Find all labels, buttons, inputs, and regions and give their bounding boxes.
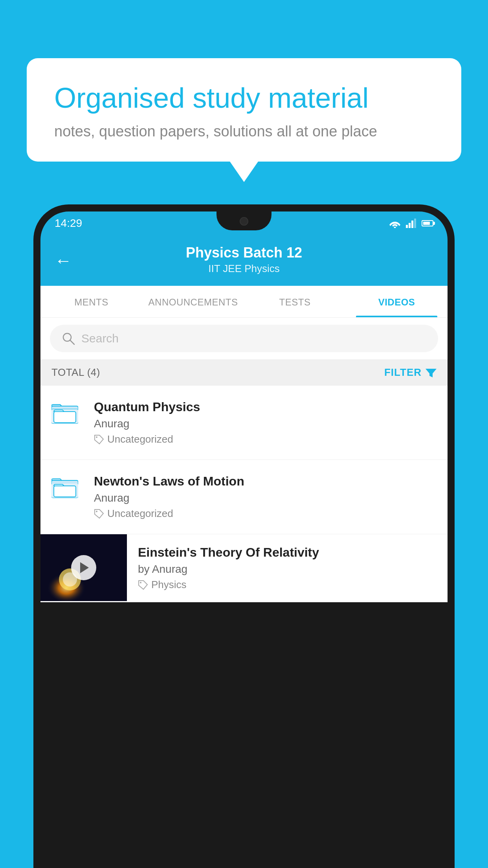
status-time: 14:29 xyxy=(55,217,82,230)
tag-icon xyxy=(138,580,148,590)
svg-rect-11 xyxy=(54,412,76,423)
app-header: ← Physics Batch 12 IIT JEE Physics xyxy=(40,235,448,286)
item-author: Anurag xyxy=(94,492,437,504)
search-placeholder-text: Search xyxy=(81,332,119,345)
item-content: Newton's Laws of Motion Anurag Uncategor… xyxy=(94,474,437,520)
svg-line-6 xyxy=(70,340,74,344)
camera-dot xyxy=(240,217,248,226)
search-bar[interactable]: Search xyxy=(50,325,438,352)
notch xyxy=(216,211,272,230)
svg-point-0 xyxy=(394,227,396,228)
status-bar: 14:29 xyxy=(40,211,448,235)
item-title: Newton's Laws of Motion xyxy=(94,474,437,489)
item-icon-wrap xyxy=(51,401,83,427)
tab-announcements[interactable]: ANNOUNCEMENTS xyxy=(142,286,244,317)
svg-point-12 xyxy=(96,436,97,438)
search-container: Search xyxy=(40,318,448,359)
speech-bubble: Organised study material notes, question… xyxy=(27,58,461,162)
svg-rect-3 xyxy=(411,221,413,228)
item-author: Anurag xyxy=(94,417,437,430)
video-thumbnail xyxy=(40,534,127,601)
total-count: TOTAL (4) xyxy=(51,366,100,379)
tab-ments[interactable]: MENTS xyxy=(40,286,142,317)
video-title: Einstein's Theory Of Relativity xyxy=(138,545,437,560)
signal-icon xyxy=(406,219,417,228)
item-tag: Uncategorized xyxy=(94,508,437,520)
play-button[interactable] xyxy=(71,555,96,580)
list-item[interactable]: Einstein's Theory Of Relativity by Anura… xyxy=(40,534,448,602)
phone-frame: 14:29 xyxy=(33,204,455,868)
video-tag: Physics xyxy=(138,579,437,591)
svg-rect-15 xyxy=(54,486,76,497)
svg-point-21 xyxy=(140,582,141,583)
back-button[interactable]: ← xyxy=(55,251,72,270)
tab-videos[interactable]: VIDEOS xyxy=(346,286,448,317)
tabs-bar: MENTS ANNOUNCEMENTS TESTS VIDEOS xyxy=(40,286,448,318)
svg-point-5 xyxy=(63,333,71,341)
batch-subtitle: IIT JEE Physics xyxy=(186,263,302,275)
list-item[interactable]: Newton's Laws of Motion Anurag Uncategor… xyxy=(40,460,448,534)
filter-icon xyxy=(426,367,437,378)
item-tag: Uncategorized xyxy=(94,433,437,445)
speech-bubble-container: Organised study material notes, question… xyxy=(27,58,461,162)
phone-inner: 14:29 xyxy=(40,211,448,868)
video-author: by Anurag xyxy=(138,563,437,576)
svg-rect-2 xyxy=(409,223,411,228)
tag-icon xyxy=(94,509,104,519)
speech-bubble-subtext: notes, question papers, solutions all at… xyxy=(54,123,434,140)
speech-bubble-heading: Organised study material xyxy=(54,82,434,114)
item-title: Quantum Physics xyxy=(94,400,437,414)
battery-icon xyxy=(422,220,433,226)
item-content: Quantum Physics Anurag Uncategorized xyxy=(94,400,437,445)
video-content: Einstein's Theory Of Relativity by Anura… xyxy=(127,534,448,602)
filter-label: FILTER xyxy=(384,366,422,379)
svg-rect-1 xyxy=(406,225,408,228)
svg-point-16 xyxy=(96,511,97,512)
content-list: Quantum Physics Anurag Uncategorized xyxy=(40,386,448,602)
filter-bar: TOTAL (4) FILTER xyxy=(40,359,448,386)
play-triangle-icon xyxy=(80,562,89,573)
tag-icon xyxy=(94,434,104,445)
header-title-block: Physics Batch 12 IIT JEE Physics xyxy=(186,245,302,275)
folder-icon xyxy=(51,476,78,499)
search-icon xyxy=(62,332,75,345)
svg-marker-7 xyxy=(426,369,437,377)
wifi-icon xyxy=(389,219,401,228)
status-icons xyxy=(389,219,433,228)
svg-rect-4 xyxy=(414,219,416,228)
list-item[interactable]: Quantum Physics Anurag Uncategorized xyxy=(40,386,448,460)
filter-button[interactable]: FILTER xyxy=(384,366,437,379)
item-icon-wrap xyxy=(51,476,83,501)
tab-tests[interactable]: TESTS xyxy=(244,286,346,317)
folder-icon xyxy=(51,401,78,425)
batch-title: Physics Batch 12 xyxy=(186,245,302,261)
